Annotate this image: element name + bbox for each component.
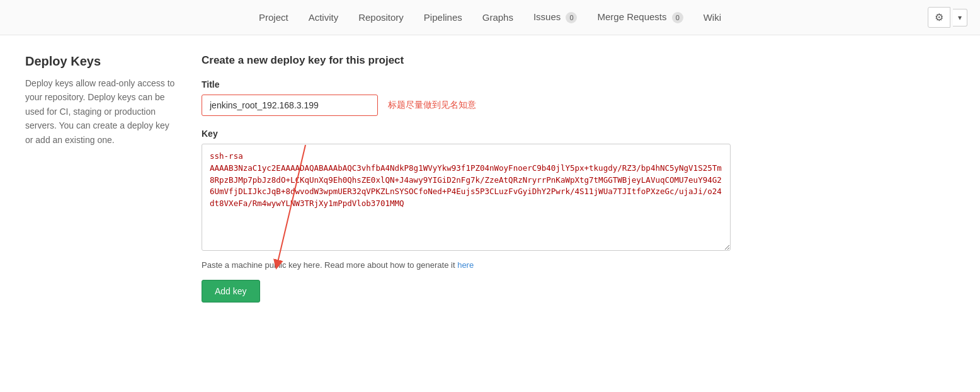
title-hint: 标题尽量做到见名知意 bbox=[388, 100, 476, 111]
title-input[interactable] bbox=[202, 95, 378, 116]
nav-graphs[interactable]: Graphs bbox=[474, 7, 522, 28]
sidebar-description: Deploy keys allow read-only access to yo… bbox=[25, 76, 176, 147]
sidebar: Deploy Keys Deploy keys allow read-only … bbox=[25, 54, 202, 303]
settings-gear-button[interactable]: ⚙ bbox=[928, 7, 950, 28]
title-row: 标题尽量做到见名知意 bbox=[202, 95, 731, 116]
nav-issues-label: Issues bbox=[533, 11, 561, 22]
title-label: Title bbox=[202, 79, 731, 89]
merge-requests-badge: 0 bbox=[672, 12, 683, 23]
form-area: Create a new deploy key for this project… bbox=[202, 54, 731, 303]
settings-caret-button[interactable]: ▾ bbox=[953, 9, 967, 26]
caret-down-icon: ▾ bbox=[958, 13, 962, 22]
gear-icon: ⚙ bbox=[935, 12, 943, 23]
key-label: Key bbox=[202, 129, 731, 139]
nav-links: Project Activity Repository Pipelines Gr… bbox=[250, 6, 730, 28]
nav-merge-requests[interactable]: Merge Requests 0 bbox=[588, 6, 692, 28]
here-link[interactable]: here bbox=[457, 260, 474, 270]
nav-wiki[interactable]: Wiki bbox=[695, 7, 730, 28]
nav-activity[interactable]: Activity bbox=[300, 7, 348, 28]
nav-merge-requests-label: Merge Requests bbox=[597, 11, 666, 22]
nav-actions: ⚙ ▾ bbox=[928, 7, 967, 28]
issues-badge: 0 bbox=[566, 12, 577, 23]
nav-pipelines[interactable]: Pipelines bbox=[415, 7, 471, 28]
key-wrapper bbox=[202, 144, 731, 253]
nav-project[interactable]: Project bbox=[250, 7, 297, 28]
paste-hint: Paste a machine public key here. Read mo… bbox=[202, 260, 731, 270]
sidebar-title: Deploy Keys bbox=[25, 54, 176, 69]
top-nav: Project Activity Repository Pipelines Gr… bbox=[0, 0, 980, 35]
key-textarea[interactable] bbox=[202, 144, 731, 251]
nav-repository[interactable]: Repository bbox=[350, 7, 413, 28]
nav-issues[interactable]: Issues 0 bbox=[525, 6, 586, 28]
add-key-button[interactable]: Add key bbox=[202, 280, 260, 303]
main-content: Deploy Keys Deploy keys allow read-only … bbox=[0, 35, 756, 321]
form-heading: Create a new deploy key for this project bbox=[202, 54, 731, 67]
